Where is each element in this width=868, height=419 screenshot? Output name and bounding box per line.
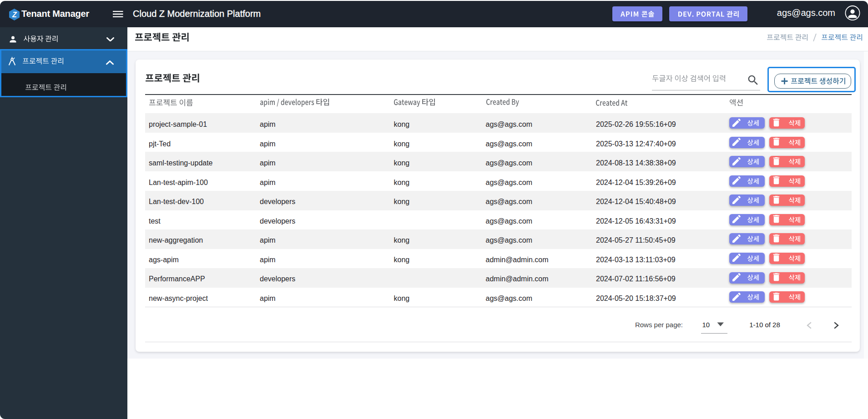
svg-text:Z: Z	[12, 11, 17, 19]
